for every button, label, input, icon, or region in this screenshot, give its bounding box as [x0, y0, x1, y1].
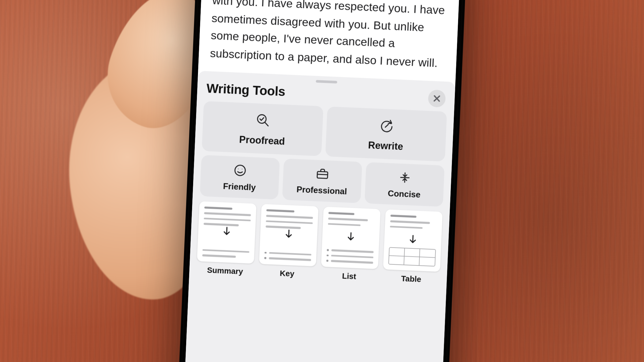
proofread-label: Proofread	[239, 134, 285, 147]
magnifier-check-icon	[256, 112, 271, 128]
table-icon	[388, 247, 436, 266]
sheet-title: Writing Tools	[206, 81, 286, 99]
rewrite-button[interactable]: Rewrite	[325, 107, 447, 161]
arrow-down-icon	[346, 231, 355, 244]
arrow-circle-redo-icon	[379, 118, 394, 134]
table-label: Table	[401, 274, 421, 284]
sheet-grabber[interactable]	[316, 80, 337, 84]
list-button[interactable]: List	[320, 207, 380, 282]
rewrite-label: Rewrite	[368, 140, 403, 152]
list-thumbnail	[321, 207, 380, 269]
svg-point-1	[235, 165, 245, 176]
writing-tools-sheet: Writing Tools	[181, 71, 455, 362]
briefcase-icon	[316, 167, 330, 181]
proofread-button[interactable]: Proofread	[202, 101, 323, 156]
friendly-button[interactable]: Friendly	[200, 155, 280, 200]
list-label: List	[342, 272, 356, 281]
summary-thumbnail	[197, 201, 256, 263]
phone-screen: because gentlemen, this is my last press…	[181, 0, 461, 362]
phone-frame: because gentlemen, this is my last press…	[174, 0, 468, 362]
note-body-text[interactable]: because gentlemen, this is my last press…	[198, 0, 461, 82]
key-thumbnail	[259, 204, 319, 266]
arrow-down-icon	[284, 229, 293, 241]
compress-lines-icon	[398, 171, 411, 184]
table-thumbnail	[383, 209, 443, 272]
key-label: Key	[280, 269, 294, 278]
concise-button[interactable]: Concise	[365, 162, 445, 207]
smile-icon	[234, 164, 246, 177]
close-button[interactable]	[428, 89, 446, 107]
table-button[interactable]: Table	[383, 209, 443, 285]
professional-label: Professional	[296, 184, 347, 196]
friendly-label: Friendly	[223, 181, 256, 192]
professional-button[interactable]: Professional	[282, 159, 362, 203]
key-points-button[interactable]: Key	[259, 204, 319, 280]
arrow-down-icon	[409, 234, 417, 247]
summary-button[interactable]: Summary	[196, 201, 256, 277]
summary-label: Summary	[207, 266, 243, 276]
concise-label: Concise	[388, 188, 421, 199]
svg-point-2	[238, 169, 238, 169]
arrow-down-icon	[222, 226, 231, 239]
close-icon	[433, 95, 441, 102]
svg-point-3	[242, 169, 242, 169]
